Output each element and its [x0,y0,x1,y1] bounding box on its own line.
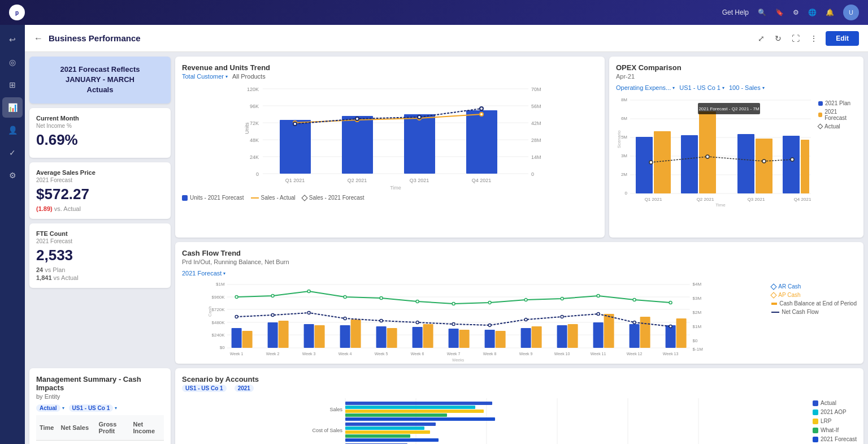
revenue-filters: Total Customer ▾ All Products [182,73,598,80]
sidebar-icon-check[interactable]: ✓ [2,143,23,163]
col-grossprofit: Gross Profit [96,415,130,441]
svg-rect-51 [681,135,698,193]
avatar[interactable]: U [843,5,859,20]
page-header-left: ← Business Performance [34,33,141,44]
sidebar-icon-chart[interactable]: 📊 [2,97,23,118]
table-filter2[interactable]: US1 - US Co 1 ▾ [69,404,118,412]
svg-rect-173 [345,417,495,421]
scenario-filters: US1 - US Co 1 2021 [182,385,857,392]
scenario-chart-panel: Scenario by Accounts US1 - US Co 1 2021 … [175,368,863,444]
sidebar-icon-back[interactable]: ↩ [2,29,23,50]
total-customer-filter[interactable]: Total Customer ▾ [182,73,228,80]
svg-point-62 [791,158,794,161]
scenario-legend-actual: Actual [813,400,857,406]
svg-text:Week 4: Week 4 [338,352,352,356]
svg-text:72K: 72K [250,120,259,126]
get-help-link[interactable]: Get Help [722,8,749,16]
cashflow-filter[interactable]: 2021 Forecast ▾ [182,270,225,277]
svg-rect-56 [756,139,772,193]
svg-point-116 [344,296,346,299]
svg-point-60 [706,155,709,158]
svg-text:Q3 2021: Q3 2021 [410,178,429,183]
svg-rect-95 [376,326,387,348]
svg-rect-22 [466,110,497,174]
svg-rect-20 [342,116,373,174]
svg-rect-52 [699,111,716,193]
settings-icon[interactable]: ⚙ [793,8,799,16]
svg-rect-58 [801,140,809,193]
svg-rect-91 [304,324,314,348]
sidebar-icon-grid[interactable]: ⊞ [2,75,23,95]
svg-rect-107 [593,322,604,348]
svg-text:Scenario: Scenario [617,130,622,148]
left-panel: 2021 Forecast Reflects JANUARY - MARCH A… [29,57,171,364]
scenario-svg: Sales Cost of Sales Operating Expenses E… [182,395,808,444]
management-table-scroll[interactable]: Time Net Sales Gross Profit Net Income C… [36,415,164,444]
svg-rect-19 [280,120,311,174]
back-button[interactable]: ← [34,33,43,44]
svg-rect-57 [783,136,800,193]
svg-point-26 [480,113,483,116]
svg-text:Cost of Sales: Cost of Sales [313,428,343,433]
sidebar-icon-home[interactable]: ◎ [2,52,23,72]
opex-filter3[interactable]: 100 - Sales ▾ [729,84,765,91]
refresh-icon-btn[interactable]: ↻ [772,32,784,45]
all-products-filter[interactable]: All Products [232,73,266,80]
svg-text:Week 3: Week 3 [302,352,316,356]
opex-filter2[interactable]: US1 - US Co 1 ▾ [679,84,724,91]
svg-rect-100 [459,330,470,348]
more-icon-btn[interactable]: ⋮ [808,32,820,45]
svg-point-120 [488,301,491,304]
svg-rect-92 [315,325,325,348]
svg-text:$1M: $1M [216,282,225,287]
legend-units-forecast: Units - 2021 Forecast [182,195,244,201]
svg-text:5M: 5M [621,135,627,140]
table-filters: Actual ▾ US1 - US Co 1 ▾ [36,404,164,412]
svg-rect-171 [345,409,484,413]
svg-rect-174 [345,423,436,426]
svg-rect-49 [636,137,653,193]
search-icon[interactable]: 🔍 [758,8,766,16]
svg-rect-102 [496,331,506,348]
management-table: Time Net Sales Gross Profit Net Income C… [36,415,164,444]
sidebar-icon-user[interactable]: 👤 [2,120,23,140]
svg-point-29 [418,115,421,119]
edit-button[interactable]: Edit [826,31,859,46]
opex-filter1[interactable]: Operating Expens... ▾ [616,84,675,91]
expand-icon-btn[interactable]: ⛶ [789,32,802,45]
table-filter1[interactable]: Actual ▾ [36,404,64,412]
svg-point-61 [762,160,766,163]
svg-text:8M: 8M [621,97,627,102]
scenario-legend-whatif: What-If [813,427,857,433]
svg-text:Sales: Sales [330,407,343,412]
cursor-icon-btn[interactable]: ⤢ [756,32,767,45]
svg-point-115 [307,290,310,293]
svg-text:6M: 6M [621,116,627,121]
svg-rect-178 [345,438,439,442]
opex-legend-forecast: 2021 Forecast [818,109,857,121]
svg-text:$1M: $1M [693,324,702,329]
table-row: Apr-21 13,818,861 6,478,619 1,312,975 (3… [36,441,164,445]
globe-icon[interactable]: 🌐 [808,8,817,16]
svg-point-27 [293,122,297,126]
cashflow-legend: AR Cash AP Cash Cash Balance at End of P… [771,280,857,354]
svg-rect-170 [345,406,475,409]
logo[interactable]: p [9,5,25,20]
notification-icon[interactable]: 🔔 [826,8,834,16]
bookmark-icon[interactable]: 🔖 [775,8,784,16]
page-header: ← Business Performance ⤢ ↻ ⛶ ⋮ Edit [25,25,868,52]
svg-text:0: 0 [531,171,534,177]
avg-sales-price-metric: Average Sales Price 2021 Forecast $572.2… [29,162,171,219]
svg-text:Week 5: Week 5 [375,352,388,356]
current-month-metric: Current Month Net Income % 0.69% [29,108,171,158]
opex-svg: 8M 6M 5M 3M 2M 0 Scenario [616,94,814,205]
svg-rect-106 [568,324,578,348]
svg-point-123 [597,295,600,298]
sidebar-icon-settings[interactable]: ⚙ [2,165,23,186]
svg-rect-175 [345,426,424,430]
sidebar: ↩ ◎ ⊞ 📊 👤 ✓ ⚙ [0,25,25,444]
svg-rect-111 [666,325,676,348]
scenario-legend: Actual 2021 AOP LRP What-If [813,395,857,444]
svg-point-59 [649,161,653,164]
svg-rect-104 [532,326,542,348]
